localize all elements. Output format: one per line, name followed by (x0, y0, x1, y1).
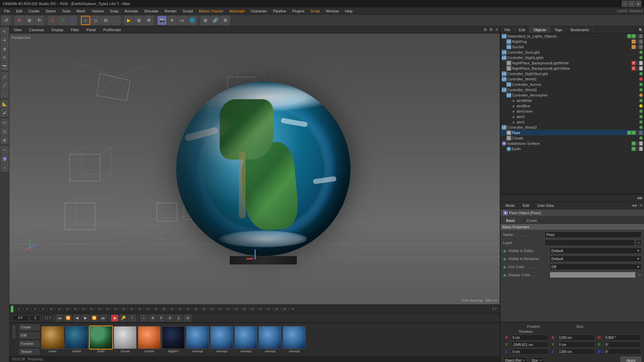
material-slot-sunset[interactable]: SunSet (138, 326, 161, 353)
material-slot-earth[interactable]: Earth (90, 326, 112, 353)
key-param-button[interactable]: ⊟ (184, 315, 191, 321)
obj-sunset-dot[interactable] (632, 45, 636, 49)
menu-character[interactable]: Character (248, 8, 270, 14)
size-mode-dropdown[interactable]: Size ▼ (530, 357, 543, 362)
cog-button[interactable]: ⚙ (221, 16, 230, 25)
axis-x-button[interactable]: X (48, 16, 57, 25)
obj-atmospher[interactable]: LO Controller_Atmospher (500, 93, 644, 98)
obj-floor-vis-e[interactable]: ✓ (627, 131, 631, 135)
menu-simulate[interactable]: Simulate (142, 8, 161, 14)
material-slot-nightfo[interactable]: NightFo (162, 326, 185, 353)
maximize-button[interactable]: □ (629, 1, 635, 7)
psr-pos-z[interactable] (511, 349, 548, 355)
obj-bgyellow-del[interactable]: ✕ (632, 66, 636, 70)
psr-size-y[interactable] (557, 342, 595, 348)
props-back-icon[interactable]: ◀ (632, 203, 634, 207)
camera-button[interactable]: 📷 (157, 16, 167, 25)
obj-world2[interactable]: LO Controller_World2 (500, 87, 644, 93)
obj-nightlights[interactable]: LO Controller_NightLights (500, 55, 644, 60)
props-nav-fwd[interactable]: ▶ (640, 196, 643, 200)
props-tab-edit[interactable]: Edit (519, 202, 533, 208)
psr-rot-h[interactable] (604, 335, 641, 341)
polygon-tool[interactable]: ◇ (1, 72, 9, 80)
vp-tab-display[interactable]: Display (48, 27, 66, 33)
render-view-button[interactable]: ⊞ (134, 16, 144, 25)
menu-create[interactable]: Create (26, 8, 42, 14)
obj-dependent-lights[interactable]: LO Dependent_to_Lights_Objects ✓ ✓ (500, 34, 644, 39)
create-material-button[interactable]: Create (19, 324, 39, 330)
material-slot-atmo5[interactable]: Atmospl (283, 326, 306, 353)
obj-vis-render[interactable]: ✓ (632, 34, 636, 38)
prop-color-dropper[interactable]: ✏ (638, 273, 641, 277)
extrude-tool[interactable]: ⊞ (1, 136, 9, 144)
menu-animate[interactable]: Animate (122, 8, 141, 14)
play-button[interactable]: ▶ (82, 315, 89, 321)
material-slot-atmo3[interactable]: Atmospl (234, 326, 257, 353)
deform-tool[interactable]: 〜 (1, 146, 9, 154)
floor-button[interactable]: ▭ (177, 16, 187, 25)
object-mode-dropdown[interactable]: Object [Rel ▼ (503, 357, 527, 362)
viewport-maximize[interactable]: ⊞ (484, 27, 487, 32)
viewport-settings[interactable]: ⚙ (489, 27, 493, 32)
obj-floor[interactable]: ■ Floor ✓ ✓ (500, 130, 644, 135)
material-thumb-atmo1[interactable] (186, 326, 209, 349)
props-nav-back[interactable]: ◀ (637, 196, 639, 200)
key-pos-button[interactable]: P (158, 315, 165, 321)
magnet-tool[interactable]: 🔮 (1, 155, 9, 163)
obj-subdivision[interactable]: ● Subdivision Surface ✓ (500, 141, 644, 146)
scale-button[interactable]: ⊞ (24, 16, 34, 25)
poly-mode-button[interactable]: ◇ (91, 16, 100, 25)
scale-tool[interactable]: ⊞ (1, 45, 9, 53)
close-button[interactable]: ✕ (635, 1, 641, 7)
object-mode-button[interactable]: ○ (81, 16, 90, 25)
obj-earth-vis[interactable]: ✓ (632, 147, 636, 151)
omtab-tags[interactable]: Tags (550, 27, 567, 33)
minimize-button[interactable]: ─ (622, 1, 628, 7)
prop-vis-editor-dropdown[interactable]: Default (550, 248, 641, 254)
obj-nightfog-dot[interactable] (632, 40, 636, 44)
render-settings-button[interactable]: ⚙ (144, 16, 154, 25)
vp-tab-filter[interactable]: Filter (68, 27, 82, 33)
material-thumb-clouds[interactable] (114, 326, 137, 349)
search-icon[interactable]: 🔍 (639, 28, 643, 32)
material-thumb-sunset[interactable] (138, 326, 161, 349)
material-thumb-atmo4[interactable] (259, 326, 281, 349)
edge-tool[interactable]: ╱ (1, 81, 9, 89)
go-start-button[interactable]: ⏮ (56, 315, 63, 321)
edit-material-button[interactable]: Edit (19, 333, 39, 338)
point-mode-button[interactable]: · (111, 16, 120, 25)
material-thumb-atmo2[interactable] (210, 326, 233, 349)
material-slot-clouds[interactable]: Clouds (114, 326, 137, 353)
current-frame-input[interactable] (30, 315, 40, 321)
psr-rot-b[interactable] (604, 349, 641, 355)
obj-bg-white[interactable]: ■ NightPlace_BackgroundLightWhite ✕ (500, 60, 644, 66)
prop-name-input[interactable] (545, 232, 641, 238)
material-thumb-atmo5[interactable] (283, 326, 306, 349)
knife-tool[interactable]: ✂ (1, 119, 9, 127)
snap-button[interactable]: 🔗 (211, 16, 220, 25)
menu-script[interactable]: Script (308, 8, 322, 14)
menu-snap[interactable]: Snap (107, 8, 121, 14)
obj-sunset[interactable]: LO SunSet (500, 44, 644, 50)
obj-atm2[interactable]: ▲ atm2 (500, 114, 644, 119)
menu-mograph[interactable]: MoGraph (227, 8, 248, 14)
psr-pos-y[interactable] (511, 342, 548, 348)
obj-bg-yellow[interactable]: ■ NightPlace_BackgroundLightYellow ✕ (500, 66, 644, 71)
menu-plugins[interactable]: Plugins (289, 8, 307, 14)
obj-atm1[interactable]: ▲ atm1 (500, 119, 644, 125)
paint-tool[interactable]: 🖌 (1, 109, 9, 117)
obj-subdiv-vis[interactable]: ✓ (632, 141, 636, 145)
psr-rot-p[interactable] (604, 342, 641, 348)
viewport-close[interactable]: ✕ (495, 27, 498, 32)
props-tab-userdata[interactable]: User Data (534, 202, 558, 208)
vp-tab-panel[interactable]: Panel (84, 27, 99, 33)
window-controls[interactable]: ─ □ ✕ (622, 1, 641, 7)
omtab-file[interactable]: File (500, 27, 515, 33)
material-slot-atmo1[interactable]: Atmospl (186, 326, 209, 353)
obj-atmwhite[interactable]: ▲ atmWhite (500, 98, 644, 103)
omtab-objects[interactable]: Objects (530, 27, 550, 33)
obj-bgwhite-del[interactable]: ✕ (632, 61, 636, 65)
viewport[interactable]: Perspective (9, 34, 500, 304)
selection-tool[interactable]: ↖ (1, 27, 9, 36)
start-frame-input[interactable] (12, 315, 29, 321)
